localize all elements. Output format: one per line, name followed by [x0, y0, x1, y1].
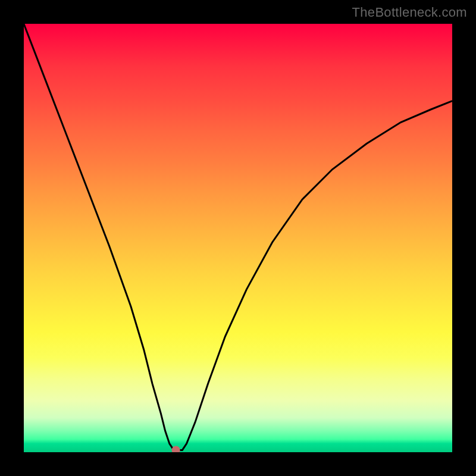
curve-svg: [24, 24, 452, 452]
watermark-text: TheBottleneck.com: [352, 5, 467, 20]
bottleneck-curve: [24, 24, 452, 450]
chart-container: TheBottleneck.com: [0, 0, 476, 476]
plot-area: [24, 24, 452, 452]
optimal-point-dot: [172, 446, 180, 452]
